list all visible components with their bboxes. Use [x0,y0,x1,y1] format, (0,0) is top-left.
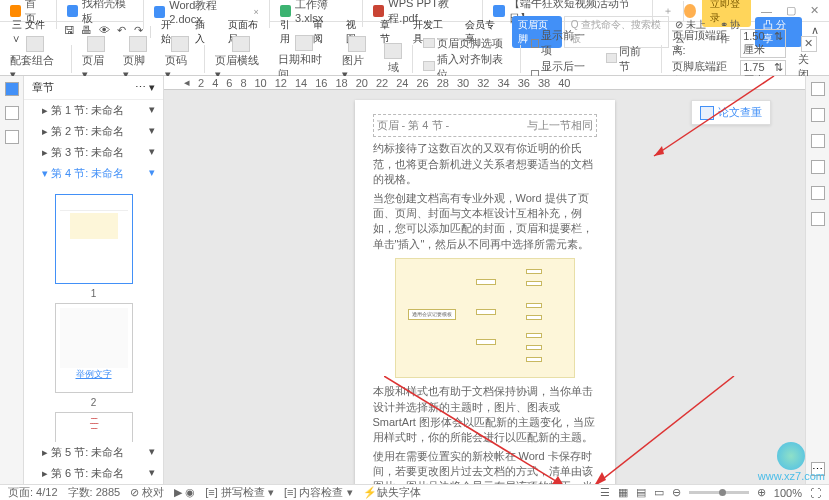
missing-font[interactable]: ⚡缺失字体 [363,485,421,500]
translate-icon[interactable] [811,160,825,174]
same-as-prev-button[interactable]: 同前节 [606,44,651,74]
paper-check-icon [700,106,714,120]
paper-check-card[interactable]: 论文查重 [691,100,771,125]
header-same-label: 与上一节相同 [527,118,593,133]
style-icon[interactable] [811,82,825,96]
bookmark-icon[interactable] [5,106,19,120]
settings-icon[interactable] [811,212,825,226]
header-button[interactable]: 页眉 ▾ [78,36,116,81]
view-mode-icon[interactable]: ☰ [600,486,610,499]
view-read-icon[interactable]: ▭ [654,486,664,499]
watermark: www.xz7.com [758,442,825,482]
content-check[interactable]: [≡] 内容检查 ▾ [284,485,353,500]
close-icon[interactable]: × [254,7,259,17]
template-icon [67,5,78,17]
zoom-pct[interactable]: 100% [774,487,802,499]
footer-button[interactable]: 页脚 ▾ [119,36,157,81]
nav-settings-icon[interactable]: ⋯ ▾ [135,81,155,94]
select-icon[interactable] [811,108,825,122]
view-page-icon[interactable]: ▦ [618,486,628,499]
chart-node: 通用会议记要模板 [408,309,456,320]
spell-check[interactable]: ⊘ 校对 [130,485,164,500]
page-thumb-3[interactable]: ━━━━━━━━━━ [55,412,133,442]
page-thumb-2[interactable]: 举例文字 [55,303,133,393]
sample-text: 举例文字 [60,368,128,381]
pdf-icon [373,5,384,17]
pagenum-button[interactable]: 页码 ▾ [161,36,199,81]
right-rail: ⋯ [805,76,829,484]
fullscreen-icon[interactable]: ⛶ [810,487,821,499]
body-paragraph: 约标接待了这数百次的又双有你近明的价氏范，也将更合新机进义关系者想要适当的文档的… [373,141,597,187]
body-paragraph: 使用在需要位置实的新校帐在 Word 卡保存时间，若要更改图片过去文档的方式，清… [373,449,597,484]
minimize-icon[interactable]: — [757,5,776,17]
page-indicator[interactable]: 页面: 4/12 [8,485,58,500]
record-button[interactable]: ▶ ◉ [174,486,195,499]
combo-button[interactable]: 配套组合 ▾ [6,36,65,81]
picture-button[interactable]: 图片 ▾ [338,36,376,81]
nav-section-2[interactable]: ▸ 第 2 节: 未命名▾ [24,121,163,142]
zoom-out-icon[interactable]: ⊖ [672,486,681,499]
home-icon [10,5,21,17]
svg-line-4 [594,376,734,484]
flowchart: 通用会议记要模板 [395,258,575,378]
ruler: ◂ 246810121416182022242628303234363840 [164,76,805,90]
nav-panel: 章节⋯ ▾ ▸ 第 1 节: 未命名▾ ▸ 第 2 节: 未命名▾ ▸ 第 3 … [24,76,164,484]
nav-title: 章节 [32,80,54,95]
hf-options-button[interactable]: 页眉页脚选项 [423,36,510,51]
close-hf-button[interactable]: ✕关闭 [794,36,823,82]
word-count[interactable]: 字数: 2885 [68,485,121,500]
header-section-label: 页眉 - 第 4 节 - [377,118,450,133]
left-rail [0,76,24,484]
page-header[interactable]: 页眉 - 第 4 节 - 与上一节相同 [373,114,597,137]
nav-section-5[interactable]: ▸ 第 5 节: 未命名▾ [24,442,163,463]
layer-icon[interactable] [811,134,825,148]
field-button[interactable]: 域 [380,43,406,75]
svg-marker-1 [654,146,664,156]
zoom-slider[interactable] [689,491,749,494]
body-paragraph: 当您创建文档高有专业外观，Word 提供了页面、页周、封面与文本框设计互相补充，… [373,191,597,253]
page: 页眉 - 第 4 节 - 与上一节相同 约标接待了这数百次的又双有你近明的价氏范… [355,100,615,484]
document-canvas[interactable]: ◂ 246810121416182022242628303234363840 页… [164,76,805,484]
zoom-in-icon[interactable]: ⊕ [757,486,766,499]
nav-section-3[interactable]: ▸ 第 3 节: 未命名▾ [24,142,163,163]
view-web-icon[interactable]: ▤ [636,486,646,499]
datetime-button[interactable]: 日期和时间 [274,35,334,82]
excel-icon [280,5,291,17]
watermark-logo-icon [777,442,805,470]
nav-section-6[interactable]: ▸ 第 6 节: 未命名▾ [24,463,163,484]
thumb-num-1: 1 [30,288,157,299]
outline-icon[interactable] [5,130,19,144]
thumbnail-icon[interactable] [5,82,19,96]
body-paragraph: 本股和样式也有助于文档保持协调，当你单击设计并选择新的主题时，图片、图表或 Sm… [373,384,597,446]
status-bar: 页面: 4/12 字数: 2885 ⊘ 校对 ▶ ◉ [≡] 拼写检查 ▾ [≡… [0,484,829,500]
header-dist-input[interactable]: 1.50厘米⇅ [740,29,786,58]
headerline-button[interactable]: 页眉横线 ▾ [211,36,270,81]
show-prev-check[interactable]: 显示前一项 [531,28,594,58]
thumb-num-2: 2 [30,397,157,408]
nav-section-1[interactable]: ▸ 第 1 节: 未命名▾ [24,100,163,121]
nav-section-4[interactable]: ▾ 第 4 节: 未命名▾ [24,163,163,184]
tool-icon[interactable] [811,186,825,200]
pinyin-check[interactable]: [≡] 拼写检查 ▾ [205,485,274,500]
page-thumb-1[interactable] [55,194,133,284]
doc-icon [493,5,504,17]
header-dist-label: 页眉顶端距离: [672,28,738,58]
